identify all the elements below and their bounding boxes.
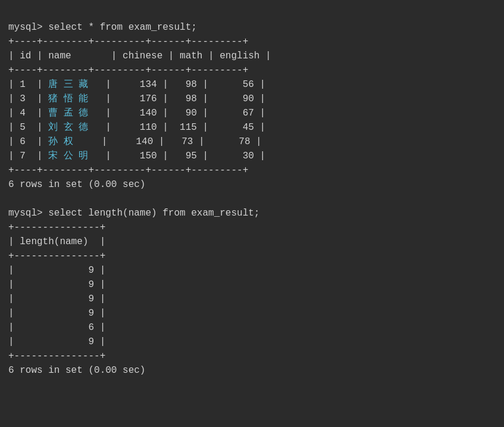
table1-sep3: +----+--------+---------+------+--------… [8,165,248,176]
table2-sep1: +---------------+ [8,222,105,233]
table1-sep1: +----+--------+---------+------+--------… [8,36,248,47]
table1-rowcount: 6 rows in set (0.00 sec) [8,179,145,190]
table2-sep2: +---------------+ [8,251,105,261]
table2-row6: | 9 | [8,336,105,347]
table2-row1: | 9 | [8,265,105,276]
table1-sep2: +----+--------+---------+------+--------… [8,65,248,76]
terminal-output: mysql> select * from exam_result; +----+… [8,6,496,378]
table2-header: | length(name) | [8,236,105,247]
query1-prompt: mysql> select * from exam_result; [8,22,197,33]
table2-sep3: +---------------+ [8,351,105,361]
table2-row2: | 9 | [8,279,105,290]
table1-row3: | 4 | 曹 孟 德 | 140 | 90 | 67 | [8,108,265,119]
table1-row6: | 7 | 宋 公 明 | 150 | 95 | 30 | [8,151,265,161]
table1-row1: | 1 | 唐 三 藏 | 134 | 98 | 56 | [8,79,265,90]
table2-rowcount: 6 rows in set (0.00 sec) [8,365,145,376]
table1-row4: | 5 | 刘 玄 德 | 110 | 115 | 45 | [8,122,265,133]
table2-row4: | 9 | [8,308,105,319]
table2-row3: | 9 | [8,294,105,304]
table2-row5: | 6 | [8,322,105,333]
table1-row2: | 3 | 猪 悟 能 | 176 | 98 | 90 | [8,93,265,104]
table1-row5: | 6 | 孙 权 | 140 | 73 | 78 | [8,136,262,147]
table1-header: | id | name | chinese | math | english | [8,51,271,61]
query2-prompt: mysql> select length(name) from exam_res… [8,208,259,219]
